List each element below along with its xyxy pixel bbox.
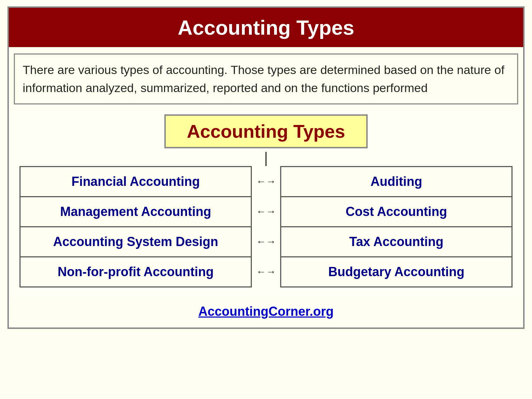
page-title: Accounting Types [178,16,354,39]
arrow-3: ←→ [252,226,280,257]
right-item-1: Auditing [280,166,513,197]
header: Accounting Types [9,8,523,47]
outer-wrapper: Accounting Types There are various types… [7,6,525,329]
left-item-2: Management Accounting [19,196,252,227]
right-item-2: Cost Accounting [280,196,513,227]
left-item-4: Non-for-profit Accounting [19,256,252,287]
arrow-4: ←→ [252,256,280,287]
vertical-connector [265,152,267,166]
left-item-1: Financial Accounting [19,166,252,197]
arrow-2: ←→ [252,196,280,227]
right-item-3: Tax Accounting [280,226,513,257]
center-box-wrapper: Accounting Types [19,114,513,148]
footer: AccountingCorner.org [9,297,523,327]
diagram-center-box: Accounting Types [164,114,368,148]
items-section: Financial Accounting Management Accounti… [19,166,513,286]
description-box: There are various types of accounting. T… [14,53,518,104]
arrow-1: ←→ [252,166,280,197]
right-item-4: Budgetary Accounting [280,256,513,287]
left-items: Financial Accounting Management Accounti… [19,166,252,286]
footer-link[interactable]: AccountingCorner.org [198,304,334,319]
right-items: Auditing Cost Accounting Tax Accounting … [280,166,513,286]
arrow-items: ←→ ←→ ←→ ←→ [252,166,280,286]
description-text: There are various types of accounting. T… [23,61,509,97]
left-item-3: Accounting System Design [19,226,252,257]
diagram-area: Accounting Types Financial Accounting Ma… [9,111,523,297]
